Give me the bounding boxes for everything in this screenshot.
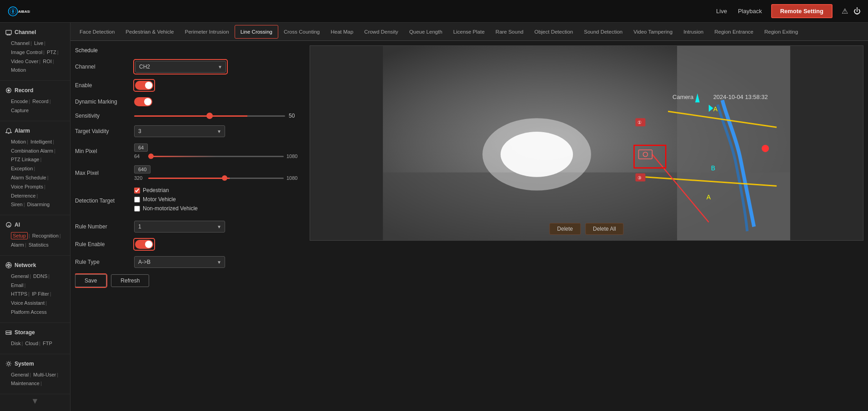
- channel-select[interactable]: CH2 CH1 CH3: [135, 61, 226, 73]
- sidebar-title-channel[interactable]: Channel: [0, 26, 70, 38]
- deterrence-link[interactable]: Deterrence: [11, 193, 35, 198]
- capture-link[interactable]: Capture: [11, 108, 29, 113]
- tab-line-crossing[interactable]: Line Crossing: [235, 25, 278, 39]
- motion-link[interactable]: Motion: [11, 67, 26, 73]
- tab-crowd-density[interactable]: Crowd Density: [359, 25, 404, 38]
- cloud-link[interactable]: Cloud: [25, 341, 38, 346]
- tab-face-detection[interactable]: Face Detection: [74, 25, 120, 38]
- sys-general-link[interactable]: General: [11, 372, 29, 377]
- voice-prompts-link[interactable]: Voice Prompts: [11, 184, 43, 189]
- setup-link[interactable]: Setup: [11, 232, 28, 239]
- tab-region-exiting[interactable]: Region Exiting: [759, 25, 803, 38]
- live-nav[interactable]: Live: [716, 8, 727, 15]
- rule-number-select[interactable]: 1 2 3: [134, 221, 225, 233]
- ai-icon: AI: [5, 222, 12, 228]
- general-link[interactable]: General: [11, 273, 29, 279]
- ftp-link[interactable]: FTP: [43, 341, 52, 346]
- power-icon[interactable]: ⏻: [853, 7, 861, 15]
- network-icon: [5, 262, 12, 268]
- target-validity-wrapper[interactable]: 3 1 2 5 ▼: [134, 125, 225, 137]
- svg-point-22: [482, 118, 591, 190]
- target-validity-row: Target Validity 3 1 2 5 ▼: [75, 125, 302, 137]
- https-link[interactable]: HTTPS: [11, 291, 27, 297]
- disk-link[interactable]: Disk: [11, 341, 20, 346]
- alarm-motion-link[interactable]: Motion: [11, 139, 26, 144]
- tab-cross-counting[interactable]: Cross Counting: [278, 25, 325, 38]
- motor-vehicle-checkbox[interactable]: [134, 197, 140, 203]
- tab-object-detection[interactable]: Object Detection: [529, 25, 578, 38]
- ptz-linkage-link[interactable]: PTZ Linkage: [11, 157, 39, 162]
- voice-assistant-link[interactable]: Voice Assistant: [11, 300, 45, 306]
- email-link[interactable]: Email: [11, 282, 24, 288]
- maintenance-link[interactable]: Maintenance: [11, 381, 40, 386]
- target-validity-select[interactable]: 3 1 2 5: [134, 125, 225, 137]
- tab-intrusion[interactable]: Intrusion: [678, 25, 709, 38]
- alarm-icon: [5, 128, 12, 134]
- motor-vehicle-checkbox-row: Motor Vehicle: [134, 196, 302, 203]
- rule-type-wrapper[interactable]: A->B B->A A<->B ▼: [134, 256, 225, 268]
- pedestrian-checkbox[interactable]: [134, 188, 140, 193]
- record-link[interactable]: Record: [32, 99, 48, 104]
- combination-alarm-link[interactable]: Combination Alarm: [11, 148, 53, 154]
- rule-enable-toggle[interactable]: [135, 240, 153, 249]
- dynamic-marking-toggle[interactable]: [134, 97, 152, 106]
- enable-toggle[interactable]: [135, 81, 153, 90]
- statistics-link[interactable]: Statistics: [29, 242, 49, 248]
- tab-sound-detection[interactable]: Sound Detection: [578, 25, 628, 38]
- roi-link[interactable]: ROI: [43, 59, 52, 64]
- delete-button[interactable]: Delete: [549, 223, 581, 235]
- ddns-link[interactable]: DDNS: [33, 273, 47, 279]
- tab-license-plate[interactable]: License Plate: [448, 25, 490, 38]
- tab-perimeter-intrusion[interactable]: Perimeter Intrusion: [179, 25, 234, 38]
- channel-select-wrapper[interactable]: CH2 CH1 CH3 ▼: [135, 61, 226, 73]
- sidebar-title-network[interactable]: Network: [0, 259, 70, 271]
- sidebar-title-ai[interactable]: AI AI: [0, 219, 70, 231]
- non-motorized-checkbox[interactable]: [134, 206, 140, 212]
- tab-region-entrance[interactable]: Region Entrance: [709, 25, 759, 38]
- sensitivity-slider[interactable]: [134, 115, 285, 117]
- image-control-link[interactable]: Image Control: [11, 50, 42, 55]
- remote-setting-button[interactable]: Remote Setting: [771, 4, 833, 18]
- max-pixel-label: Max Pixel: [75, 170, 134, 176]
- rule-type-select[interactable]: A->B B->A A<->B: [134, 256, 225, 268]
- ip-filter-link[interactable]: IP Filter: [32, 291, 49, 297]
- video-cover-link[interactable]: Video Cover: [11, 59, 38, 64]
- alert-icon[interactable]: ⚠: [842, 7, 848, 15]
- alarm-schedule-link[interactable]: Alarm Schedule: [11, 175, 46, 180]
- platform-access-link[interactable]: Platform Access: [11, 309, 47, 315]
- save-button[interactable]: Save: [75, 274, 106, 287]
- playback-nav[interactable]: Playback: [738, 8, 762, 15]
- sidebar-title-record[interactable]: Record: [0, 84, 70, 96]
- motor-vehicle-label: Motor Vehicle: [143, 196, 176, 203]
- ai-alarm-link[interactable]: Alarm: [11, 242, 24, 248]
- sidebar-title-system[interactable]: System: [0, 358, 70, 370]
- recognition-link[interactable]: Recognition: [32, 233, 59, 238]
- min-pixel-slider-row: 64 1080: [134, 154, 302, 159]
- exception-link[interactable]: Exception: [11, 166, 33, 171]
- channel-link[interactable]: Channel: [11, 40, 30, 46]
- max-pixel-slider[interactable]: [148, 178, 284, 179]
- content-area: Face Detection Pedestrian & Vehicle Peri…: [70, 23, 868, 411]
- tab-pedestrian-vehicle[interactable]: Pedestrian & Vehicle: [120, 25, 179, 38]
- detection-target-row: Detection Target Pedestrian Motor Vehicl…: [75, 187, 302, 214]
- tab-heat-map[interactable]: Heat Map: [325, 25, 359, 38]
- intelligent-link[interactable]: Intelligent: [30, 139, 52, 144]
- min-pixel-slider[interactable]: [148, 156, 284, 157]
- delete-all-button[interactable]: Delete All: [585, 223, 624, 235]
- enable-control: [134, 80, 302, 91]
- live-link[interactable]: Live: [34, 40, 43, 46]
- tab-queue-length[interactable]: Queue Length: [404, 25, 448, 38]
- rule-number-wrapper[interactable]: 1 2 3 ▼: [134, 221, 225, 233]
- ptz-link[interactable]: PTZ: [47, 50, 56, 55]
- encode-link[interactable]: Encode: [11, 99, 28, 104]
- refresh-button[interactable]: Refresh: [111, 274, 149, 287]
- svg-point-18: [7, 362, 10, 365]
- multi-user-link[interactable]: Multi-User: [33, 372, 56, 377]
- sidebar-title-storage[interactable]: Storage: [0, 327, 70, 338]
- sidebar-title-alarm[interactable]: Alarm: [0, 125, 70, 137]
- siren-link[interactable]: Siren: [11, 202, 23, 207]
- disarming-link[interactable]: Disarming: [27, 202, 50, 207]
- tab-rare-sound[interactable]: Rare Sound: [490, 25, 529, 38]
- tab-video-tampering[interactable]: Video Tampering: [628, 25, 678, 38]
- min-pixel-max: 1080: [286, 154, 302, 159]
